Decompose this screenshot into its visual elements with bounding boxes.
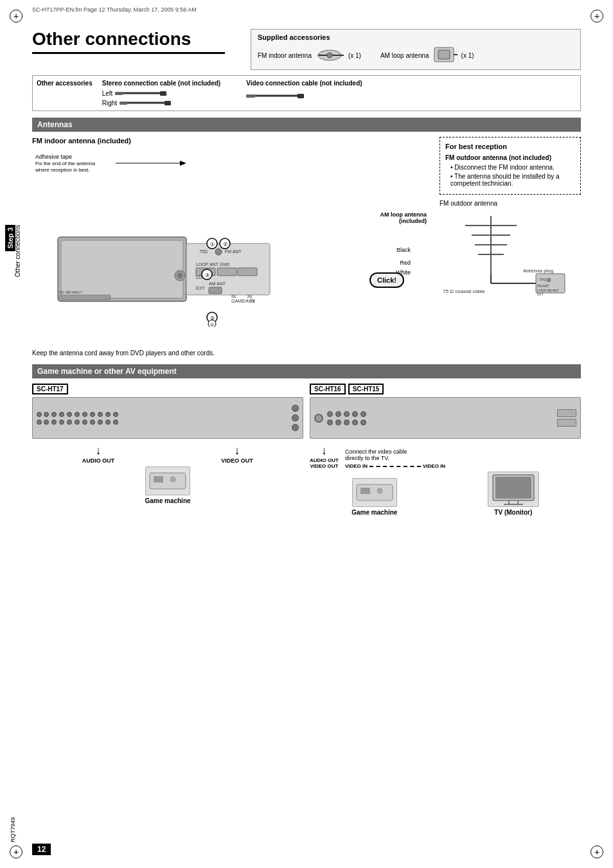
am-loop-label: AM loop antenna(included) xyxy=(380,211,427,224)
best-reception-section: For best reception FM outdoor antenna (n… xyxy=(440,137,581,340)
svg-point-22 xyxy=(215,249,222,255)
adhesive-arrow xyxy=(116,157,193,182)
left-cable-icon xyxy=(115,89,166,97)
fm-antenna-item: FM indoor antenna (x 1) xyxy=(258,46,361,64)
right-label: Right xyxy=(102,100,117,107)
video-in-label: VIDEO IN xyxy=(345,463,368,469)
svg-rect-27 xyxy=(238,268,257,276)
ht17-equip-diagram xyxy=(32,397,303,439)
title-section: Other connections Supplied accessories F… xyxy=(32,29,581,70)
fm-antenna-diagram: Adhesive tape Fix the end of the antenna… xyxy=(32,147,430,340)
accessories-row: FM indoor antenna (x 1) AM loop antenna xyxy=(258,45,574,66)
svg-rect-72 xyxy=(495,477,531,499)
sc-ht16-15-section: SC-HT16 SC-HT15 xyxy=(310,384,581,516)
game-section-header: Game machine or other AV equipment xyxy=(32,364,581,378)
corner-mark-bl xyxy=(10,846,22,858)
ht17-video-out: VIDEO OUT xyxy=(171,457,303,464)
svg-rect-37 xyxy=(59,295,111,300)
tv-monitor-label: TV (Monitor) xyxy=(488,509,539,516)
sc-ht16-label: SC-HT16 xyxy=(310,384,346,394)
fm-antenna-section: FM indoor antenna (included) Adhesive ta… xyxy=(32,137,430,340)
svg-rect-15 xyxy=(298,94,304,98)
stereo-cable-title: Stereo connection cable (not included) xyxy=(102,80,220,87)
svg-rect-7 xyxy=(115,92,123,95)
svg-point-59 xyxy=(547,278,551,282)
corner-mark-br xyxy=(591,846,603,858)
svg-text:③: ③ xyxy=(205,272,209,278)
svg-rect-9 xyxy=(160,91,166,96)
click-label: Click! xyxy=(369,272,404,288)
adhesive-tape-label: Adhesive tape Fix the end of the antenna… xyxy=(35,154,95,173)
ht16-connect-area: Connect the video cabledirectly to the T… xyxy=(345,444,581,469)
svg-text:Antenna plug: Antenna plug xyxy=(523,268,553,274)
fm-antenna-name: FM indoor antenna xyxy=(258,52,312,59)
am-antenna-name: AM loop antenna xyxy=(380,52,429,59)
page-title: Other connections xyxy=(32,29,225,54)
ht17-audio-out: AUDIO OUT xyxy=(32,457,164,464)
ht16-equip-diagram xyxy=(310,397,581,439)
ht17-game-label: Game machine xyxy=(145,497,190,504)
best-reception-point-2: The antenna should be installed by a com… xyxy=(450,173,575,187)
svg-rect-12 xyxy=(164,101,171,105)
main-content: Other connections Supplied accessories F… xyxy=(32,29,581,836)
fm-antenna-section-title: FM indoor antenna (included) xyxy=(32,137,430,145)
svg-text:FM ANT: FM ANT xyxy=(225,249,242,254)
svg-text:75Ω: 75Ω xyxy=(199,249,208,254)
supplied-accessories-box: Supplied accessories FM indoor antenna (… xyxy=(251,29,581,70)
sc-ht16-labels: SC-HT16 SC-HT15 xyxy=(310,384,581,394)
game-machine-icon xyxy=(148,470,187,492)
am-antenna-qty: (x 1) xyxy=(461,52,474,59)
svg-text:75 Ω coaxial cable: 75 Ω coaxial cable xyxy=(443,288,485,294)
fm-antenna-qty: (x 1) xyxy=(348,52,361,59)
svg-point-2 xyxy=(327,53,332,58)
svg-point-39 xyxy=(177,273,182,278)
svg-point-67 xyxy=(170,477,175,482)
svg-rect-19 xyxy=(61,240,183,298)
ht16-audio-out: AUDIO OUT xyxy=(310,457,339,463)
file-info: SC-HT17PP-EN.fm Page 12 Thursday, March … xyxy=(32,6,197,13)
ht16-devices-row: Game machine xyxy=(310,472,581,516)
svg-text:IN: IN xyxy=(231,294,236,299)
other-accessories-box: Other accessories Stereo connection cabl… xyxy=(32,75,581,111)
ht16-av-out: ↓ AUDIO OUT VIDEO OUT xyxy=(310,444,339,469)
tv-monitor-box xyxy=(488,472,539,507)
sc-ht15-label: SC-HT15 xyxy=(348,384,384,394)
cables-section: Stereo connection cable (not included) L… xyxy=(102,80,576,107)
left-label: Left xyxy=(102,90,113,97)
svg-text:AM ANT: AM ANT xyxy=(209,281,226,286)
am-antenna-item: AM loop antenna (x 1) xyxy=(380,45,474,66)
svg-text:①: ① xyxy=(210,323,214,327)
red-label: Red xyxy=(400,260,411,266)
svg-text:EXT: EXT xyxy=(537,292,544,296)
svg-rect-29 xyxy=(209,287,222,294)
ht16-game-item: Game machine xyxy=(351,478,397,516)
svg-text:TV: TV xyxy=(249,299,255,303)
svg-rect-66 xyxy=(154,476,163,483)
video-cable-title: Video connection cable (not included) xyxy=(246,80,362,87)
svg-text:①: ① xyxy=(210,242,215,247)
svg-rect-10 xyxy=(120,102,127,105)
fm-antenna-icon xyxy=(315,46,344,64)
antenna-note: Keep the antenna cord away from DVD play… xyxy=(32,350,581,357)
svg-rect-13 xyxy=(246,94,255,98)
corner-mark-tl xyxy=(10,10,22,22)
svg-text:②: ② xyxy=(223,242,227,247)
supplied-accessories-label: Supplied accessories xyxy=(258,33,574,41)
fm-outdoor-label: FM outdoor antenna xyxy=(440,200,581,207)
svg-text:LOOP ANT GND: LOOP ANT GND xyxy=(196,262,229,267)
video-in-row: VIDEO IN VIDEO IN xyxy=(345,463,581,469)
game-section: Game machine or other AV equipment SC-HT… xyxy=(32,364,581,516)
game-machine-2-icon xyxy=(355,481,394,504)
svg-rect-5 xyxy=(438,50,450,59)
video-cable-icon xyxy=(246,92,304,100)
video-in-line xyxy=(369,466,421,467)
stereo-cable-item: Stereo connection cable (not included) L… xyxy=(102,80,220,107)
sc-ht17-section: SC-HT17 xyxy=(32,384,303,516)
antennas-section: Antennas FM indoor antenna (included) Ad… xyxy=(32,118,581,340)
svg-point-70 xyxy=(377,488,382,493)
svg-marker-17 xyxy=(180,161,186,166)
sc-ht17-label: SC-HT17 xyxy=(32,384,68,394)
svg-text:FM ANT: FM ANT xyxy=(537,284,549,288)
sc-ht17-labels: SC-HT17 xyxy=(32,384,303,394)
tv-monitor-icon xyxy=(491,474,536,506)
